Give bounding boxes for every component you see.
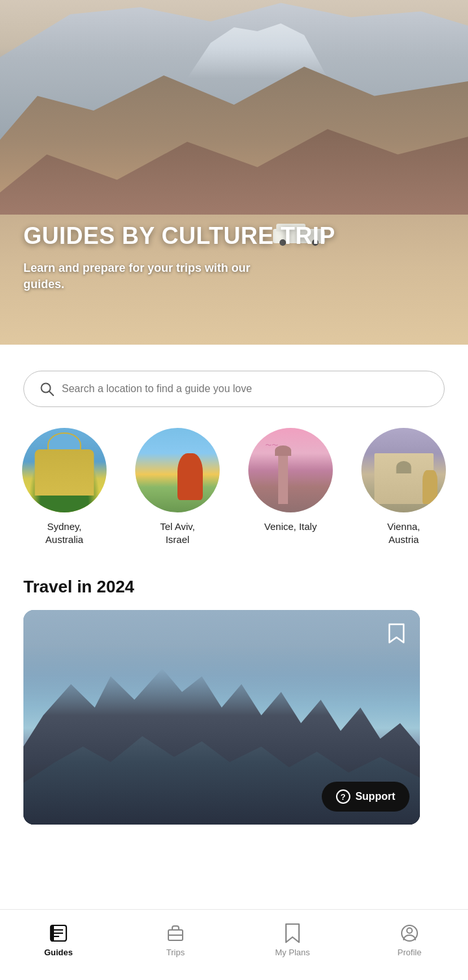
vienna-illustration: [361, 428, 446, 512]
support-button[interactable]: ? Support: [322, 782, 410, 812]
sydney-illustration: [22, 428, 107, 512]
venice-label: Venice, Italy: [265, 520, 317, 533]
destination-sydney[interactable]: Sydney,Australia: [8, 423, 121, 551]
hero-title: GUIDES BY CULTURE TRIP: [23, 222, 335, 249]
vienna-figure: [422, 470, 437, 504]
vienna-circle: [361, 428, 446, 512]
travel-section-title: Travel in 2024: [23, 577, 445, 597]
profile-nav-label: Profile: [398, 947, 422, 957]
destination-venice[interactable]: Venice, Italy: [234, 423, 347, 551]
nav-item-guides[interactable]: Guides: [0, 918, 117, 962]
vienna-dome: [396, 461, 411, 474]
destination-vienna[interactable]: Vienna,Austria: [347, 423, 460, 551]
telaviv-circle: [135, 428, 220, 512]
travel-cards-strip: ? Support: [0, 610, 468, 825]
hero-section: GUIDES BY CULTURE TRIP Learn and prepare…: [0, 0, 468, 345]
travel-section-header: Travel in 2024: [0, 572, 468, 610]
sydney-label: Sydney,Australia: [46, 520, 83, 546]
guides-icon: [48, 923, 69, 944]
hero-subtitle: Learn and prepare for your trips with ou…: [23, 260, 270, 293]
search-section: [0, 345, 468, 423]
search-icon: [40, 382, 54, 396]
travel-card-1[interactable]: ? Support: [23, 610, 420, 825]
svg-rect-6: [51, 925, 54, 941]
guides-nav-label: Guides: [44, 947, 73, 957]
bottom-navigation: Guides Trips My Plans Profile: [0, 909, 468, 980]
destinations-grid: Sydney,Australia Tel Aviv,Israel Venice,…: [8, 423, 460, 551]
myplans-nav-label: My Plans: [275, 947, 309, 957]
bookmark-button[interactable]: [384, 620, 410, 646]
venice-tower: [278, 453, 289, 504]
hero-text-block: GUIDES BY CULTURE TRIP Learn and prepare…: [23, 222, 335, 293]
sydney-circle: [22, 428, 107, 512]
trips-nav-label: Trips: [166, 947, 185, 957]
search-input[interactable]: [62, 383, 428, 395]
myplans-icon: [282, 923, 303, 944]
nav-item-trips[interactable]: Trips: [117, 918, 234, 962]
destination-telaviv[interactable]: Tel Aviv,Israel: [121, 423, 234, 551]
support-icon: ?: [336, 789, 350, 804]
support-label: Support: [356, 791, 395, 802]
sydney-building: [35, 449, 94, 496]
telaviv-figure: [177, 453, 203, 500]
venice-illustration: [248, 428, 333, 512]
vienna-label: Vienna,Austria: [387, 520, 421, 546]
svg-line-1: [49, 391, 53, 395]
profile-icon: [399, 923, 420, 944]
nav-item-myplans[interactable]: My Plans: [234, 918, 351, 962]
telaviv-label: Tel Aviv,Israel: [160, 520, 195, 546]
venice-circle: [248, 428, 333, 512]
nav-item-profile[interactable]: Profile: [351, 918, 468, 962]
destinations-section: Sydney,Australia Tel Aviv,Israel Venice,…: [0, 423, 468, 572]
search-bar[interactable]: [23, 371, 445, 407]
trips-icon: [165, 923, 186, 944]
telaviv-illustration: [135, 428, 220, 512]
svg-point-10: [407, 928, 412, 933]
